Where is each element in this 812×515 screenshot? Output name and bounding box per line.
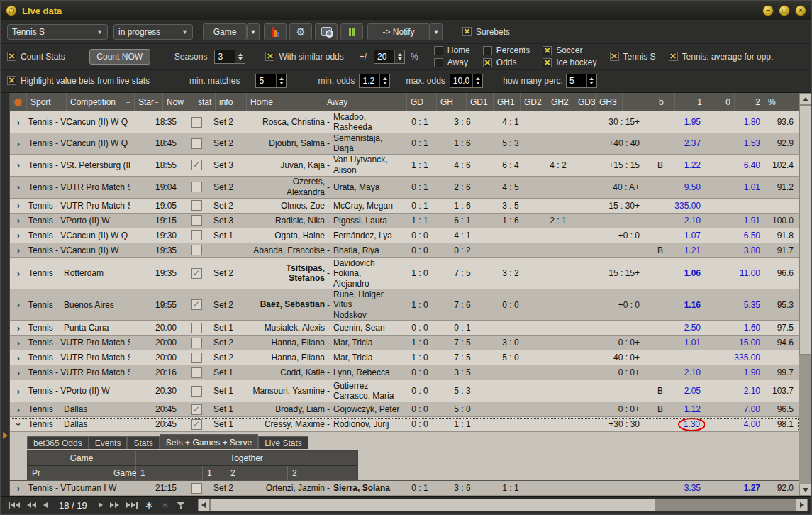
filter-percents-checkbox[interactable]: Percents: [483, 45, 530, 55]
nav-prev-button[interactable]: [43, 502, 48, 508]
filter-tennis-average-checkbox[interactable]: Tennis: average for opp.: [669, 52, 774, 62]
expander-icon[interactable]: ›: [17, 353, 20, 363]
stat-checkbox[interactable]: ✓: [191, 268, 202, 279]
mode-button[interactable]: Game: [203, 23, 247, 40]
detail-tab[interactable]: Live Stats: [258, 436, 308, 449]
match-row[interactable]: › Tennis - V Cancun (II) W Q 18:35 Set 2…: [10, 111, 799, 133]
refresh-star-button[interactable]: ∗: [145, 499, 154, 511]
header-stat[interactable]: stat: [194, 93, 216, 111]
vertical-scroll-thumb[interactable]: [799, 105, 811, 355]
mode-dropdown-arrow[interactable]: ▼: [247, 23, 260, 40]
stat-checkbox[interactable]: [191, 117, 202, 128]
header-gh2[interactable]: GH2: [547, 93, 574, 111]
filter-home-checkbox[interactable]: Home: [434, 45, 470, 55]
header-gd2[interactable]: GD2: [521, 93, 547, 111]
expander-icon[interactable]: ›: [17, 299, 20, 310]
stat-checkbox[interactable]: [191, 200, 202, 211]
surebets-checkbox[interactable]: Surebets: [462, 27, 510, 37]
minimize-button[interactable]: –: [762, 5, 774, 16]
stat-checkbox[interactable]: [191, 230, 202, 240]
match-row[interactable]: › Tennis - V Cancun (II) W Q 19:30 Set 1…: [10, 228, 799, 243]
detail-tab[interactable]: bet365 Odds: [27, 436, 89, 449]
stat-checkbox[interactable]: [191, 367, 202, 378]
stat-checkbox[interactable]: [191, 353, 202, 363]
spinner-arrows-icon[interactable]: [394, 50, 404, 63]
min-odds-spinner[interactable]: 1.2: [359, 74, 390, 88]
header-gd1[interactable]: GD1: [467, 93, 494, 111]
expander-icon[interactable]: ›: [17, 268, 20, 279]
settings-button[interactable]: ⚙: [289, 23, 312, 40]
header-hot-column[interactable]: [10, 93, 27, 111]
expander-icon[interactable]: ›: [17, 338, 20, 348]
match-row[interactable]: › Tennis Punta Cana 20:00 Set 1 Musialek…: [10, 321, 799, 336]
expander-icon[interactable]: ›: [13, 423, 24, 426]
min-matches-spinner[interactable]: 5: [255, 74, 287, 88]
scroll-down-button[interactable]: [799, 484, 811, 496]
status-filter-dropdown[interactable]: in progress ▼: [113, 24, 193, 40]
stat-checkbox[interactable]: [191, 138, 202, 149]
match-row[interactable]: › Tennis Rotterdam 19:35 ✓ Set 2 Tsitsip…: [10, 258, 799, 289]
close-button[interactable]: ×: [795, 5, 806, 16]
header-away[interactable]: Away: [323, 93, 407, 111]
header-gh[interactable]: GH: [437, 93, 467, 111]
header-gd3[interactable]: GD3: [574, 93, 596, 111]
match-row[interactable]: › Tennis Buenos Aires 19:55 ✓ Set 2 Baez…: [10, 289, 799, 321]
match-row[interactable]: › Tennis - V UTR Pro Match Serie 20:16 S…: [10, 365, 799, 380]
spinner-arrows-icon[interactable]: [235, 50, 245, 63]
scroll-up-button[interactable]: [799, 93, 811, 105]
match-row[interactable]: › Tennis - V UTR Pro Match Serie 19:04 S…: [10, 177, 799, 199]
filter-funnel-button[interactable]: [177, 502, 185, 509]
scroll-left-button[interactable]: [198, 499, 210, 511]
header-sport[interactable]: Sport: [27, 93, 67, 111]
header-gd[interactable]: GD: [407, 93, 437, 111]
highlight-value-bets-checkbox[interactable]: Highlight value bets from live stats: [7, 76, 150, 86]
filter-away-checkbox[interactable]: Away: [434, 57, 470, 67]
stat-checkbox[interactable]: ✓: [191, 404, 202, 415]
vertical-scroll-track[interactable]: [799, 355, 811, 484]
expander-icon[interactable]: ›: [17, 404, 20, 415]
match-row[interactable]: › Tennis - V Tucuman I W 21:15 Set 2 Ort…: [10, 481, 799, 496]
stats-chart-button[interactable]: [264, 23, 287, 40]
expander-icon[interactable]: ›: [17, 323, 20, 333]
header-home[interactable]: Home: [247, 93, 323, 111]
expander-icon[interactable]: ›: [17, 230, 20, 240]
match-row[interactable]: › Tennis - V UTR Pro Match Serie 20:00 S…: [10, 336, 799, 350]
stat-checkbox[interactable]: [191, 323, 202, 333]
header-gh1[interactable]: GH1: [494, 93, 521, 111]
stat-checkbox[interactable]: ✓: [191, 160, 202, 170]
seasons-spinner[interactable]: 3: [214, 50, 245, 64]
stat-checkbox[interactable]: [191, 215, 202, 226]
match-row[interactable]: › Tennis - V UTR Pro Match Serie 20:00 S…: [10, 350, 799, 365]
nav-fast-back-button[interactable]: [27, 502, 36, 508]
similar-odds-checkbox[interactable]: With similar odds: [265, 52, 343, 62]
plus-minus-spinner[interactable]: 20: [374, 50, 405, 64]
match-row[interactable]: › Tennis Dallas 20:45 ✓ Set 1 Broady, Li…: [10, 402, 799, 417]
nav-last-button[interactable]: [126, 502, 138, 509]
expander-icon[interactable]: ›: [17, 367, 20, 378]
count-now-button[interactable]: Count NOW: [89, 49, 150, 65]
match-row[interactable]: › Tennis - V Cancun (II) W Q 18:45 Set 2…: [10, 133, 799, 155]
header-odds-2[interactable]: 2: [735, 93, 764, 111]
filter-soccer-checkbox[interactable]: Soccer: [543, 45, 596, 55]
subtable-header-2b[interactable]: 2: [288, 466, 357, 480]
header-odds-0[interactable]: 0: [706, 93, 735, 111]
expander-icon[interactable]: ›: [17, 386, 20, 397]
header-odds-1[interactable]: 1: [675, 93, 706, 111]
expander-icon[interactable]: ›: [17, 117, 20, 128]
expander-icon[interactable]: ›: [17, 215, 20, 226]
subtable-header-2a[interactable]: 2: [226, 466, 288, 480]
stat-checkbox[interactable]: ✓: [191, 419, 202, 430]
nav-fast-forward-button[interactable]: [110, 502, 119, 508]
spinner-arrows-icon[interactable]: [472, 74, 482, 87]
spinner-arrows-icon[interactable]: [379, 74, 389, 87]
nav-first-button[interactable]: [9, 502, 20, 509]
header-percent[interactable]: %: [764, 93, 799, 111]
header-gh3[interactable]: GH3: [596, 93, 623, 111]
subtable-header-1a[interactable]: 1: [136, 466, 203, 480]
maximize-button[interactable]: □: [779, 5, 790, 16]
expander-icon[interactable]: ›: [17, 138, 20, 149]
detail-tab[interactable]: Stats: [127, 436, 159, 449]
stat-checkbox[interactable]: [191, 245, 202, 255]
match-row[interactable]: › Tennis - V Porto (II) W 19:15 Set 3 Ra…: [10, 214, 799, 228]
scroll-right-button[interactable]: [796, 499, 808, 511]
